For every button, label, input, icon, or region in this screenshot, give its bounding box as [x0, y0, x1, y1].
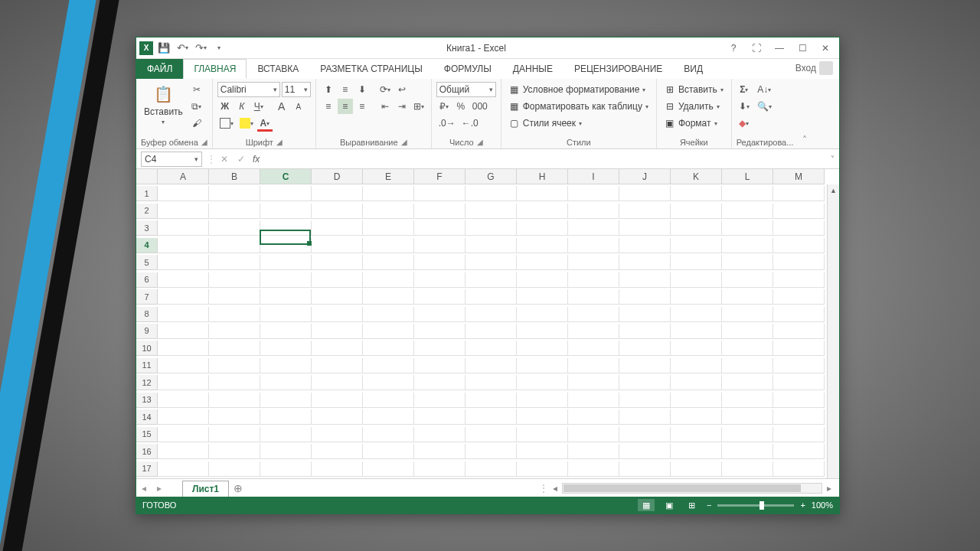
column-header[interactable]: A: [158, 169, 209, 184]
cell[interactable]: [619, 186, 671, 201]
cell[interactable]: [158, 272, 209, 288]
cell[interactable]: [773, 444, 825, 459]
cell[interactable]: [466, 341, 517, 356]
cell[interactable]: [363, 393, 414, 408]
cell[interactable]: [517, 409, 568, 425]
cell[interactable]: [158, 375, 209, 390]
row-header[interactable]: 12: [136, 375, 158, 390]
cell[interactable]: [260, 255, 312, 270]
cell[interactable]: [260, 324, 312, 339]
cell[interactable]: [466, 409, 517, 425]
cell[interactable]: [466, 358, 517, 373]
cell[interactable]: [568, 444, 619, 459]
merge-button[interactable]: ⊞▾: [411, 99, 426, 114]
fx-button[interactable]: fx: [253, 154, 260, 165]
cell[interactable]: [466, 220, 517, 236]
cell[interactable]: [209, 461, 260, 477]
row-header[interactable]: 6: [136, 272, 158, 288]
cell[interactable]: [312, 324, 363, 339]
wrap-text-button[interactable]: ↩: [394, 82, 410, 97]
cell[interactable]: [260, 204, 312, 219]
cell[interactable]: [773, 341, 825, 356]
cell[interactable]: [209, 375, 260, 390]
row-header[interactable]: 11: [136, 358, 158, 373]
format-cells-button[interactable]: ▣Формат▾: [662, 116, 720, 131]
comma-button[interactable]: 000: [470, 99, 490, 114]
cell[interactable]: [517, 393, 568, 408]
cell[interactable]: [209, 307, 260, 322]
zoom-in-button[interactable]: +: [800, 500, 805, 510]
new-sheet-button[interactable]: ⊕: [229, 482, 247, 494]
cell[interactable]: [260, 220, 312, 236]
cell[interactable]: [466, 204, 517, 219]
cell[interactable]: [773, 427, 825, 442]
row-header[interactable]: 1: [136, 186, 158, 201]
cell[interactable]: [722, 186, 773, 201]
cell[interactable]: [671, 358, 722, 373]
cell[interactable]: [209, 204, 260, 219]
zoom-level[interactable]: 100%: [812, 500, 833, 510]
cell[interactable]: [722, 358, 773, 373]
cell[interactable]: [209, 324, 260, 339]
cell[interactable]: [363, 375, 414, 390]
format-painter-button[interactable]: 🖌: [189, 116, 204, 131]
cell[interactable]: [568, 375, 619, 390]
cell[interactable]: [414, 307, 466, 322]
cell[interactable]: [568, 272, 619, 288]
cell[interactable]: [568, 204, 619, 219]
column-header[interactable]: J: [619, 169, 671, 184]
cell[interactable]: [517, 375, 568, 390]
cell[interactable]: [619, 341, 671, 356]
ribbon-options-button[interactable]: ⛶: [746, 41, 767, 56]
cell[interactable]: [773, 393, 825, 408]
fill-color-button[interactable]: ▾: [237, 116, 256, 131]
cell[interactable]: [312, 409, 363, 425]
cell[interactable]: [209, 272, 260, 288]
italic-button[interactable]: К: [234, 99, 250, 114]
cell[interactable]: [363, 255, 414, 270]
cell[interactable]: [209, 186, 260, 201]
cell[interactable]: [517, 272, 568, 288]
column-header[interactable]: B: [209, 169, 260, 184]
cell[interactable]: [671, 272, 722, 288]
cell[interactable]: [671, 204, 722, 219]
cell[interactable]: [158, 289, 209, 305]
cell[interactable]: [773, 255, 825, 270]
column-header[interactable]: D: [312, 169, 363, 184]
cell[interactable]: [722, 289, 773, 305]
cell[interactable]: [414, 358, 466, 373]
cell[interactable]: [209, 341, 260, 356]
cell[interactable]: [260, 289, 312, 305]
cut-button[interactable]: ✂: [189, 82, 204, 97]
row-header[interactable]: 4: [136, 238, 158, 253]
cell[interactable]: [773, 204, 825, 219]
bold-button[interactable]: Ж: [217, 99, 233, 114]
grow-font-button[interactable]: A: [274, 99, 289, 114]
cell[interactable]: [722, 324, 773, 339]
cell[interactable]: [568, 341, 619, 356]
orientation-button[interactable]: ⟳▾: [377, 82, 393, 97]
cell[interactable]: [773, 186, 825, 201]
undo-button[interactable]: ↶▾: [175, 41, 190, 56]
align-right-button[interactable]: ≡: [354, 99, 370, 114]
dialog-launcher[interactable]: ◢: [276, 138, 283, 147]
cell[interactable]: [568, 289, 619, 305]
cell[interactable]: [363, 307, 414, 322]
cell[interactable]: [517, 461, 568, 477]
cell[interactable]: [517, 307, 568, 322]
cell[interactable]: [619, 427, 671, 442]
cell[interactable]: [466, 272, 517, 288]
cell[interactable]: [363, 272, 414, 288]
cell[interactable]: [619, 375, 671, 390]
cell[interactable]: [671, 461, 722, 477]
cell[interactable]: [414, 444, 466, 459]
align-top-button[interactable]: ⬆: [321, 82, 336, 97]
cell[interactable]: [466, 393, 517, 408]
cell[interactable]: [619, 289, 671, 305]
sheet-nav-prev[interactable]: ◂: [136, 483, 152, 494]
cell[interactable]: [260, 444, 312, 459]
cell[interactable]: [466, 186, 517, 201]
column-header[interactable]: K: [671, 169, 722, 184]
cell[interactable]: [414, 238, 466, 253]
cell[interactable]: [312, 444, 363, 459]
